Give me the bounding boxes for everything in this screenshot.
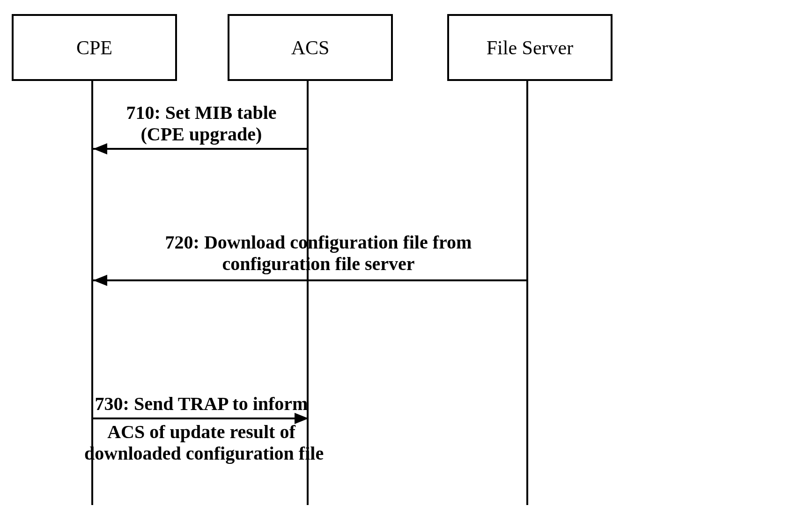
message-730-label: 730: Send TRAP to inform bbox=[89, 393, 314, 415]
message-710-label: 710: Set MIB table (CPE upgrade) bbox=[94, 102, 309, 145]
participant-file-server: File Server bbox=[447, 14, 613, 81]
message-720-label: 720: Download configuration file from co… bbox=[94, 232, 543, 275]
lifeline-file-server bbox=[526, 79, 528, 505]
participant-acs: ACS bbox=[228, 14, 393, 81]
message-720-arrow-icon bbox=[93, 275, 107, 286]
message-710-line bbox=[93, 148, 309, 150]
sequence-diagram: CPE ACS File Server 710: Set MIB table (… bbox=[0, 0, 812, 520]
participant-cpe: CPE bbox=[12, 14, 177, 81]
message-730-line3: downloaded configuration file bbox=[84, 443, 324, 464]
message-730-line1: 730: Send TRAP to inform bbox=[95, 393, 308, 414]
participant-file-server-label: File Server bbox=[487, 37, 573, 59]
message-720-line bbox=[93, 279, 528, 281]
message-710-arrow-icon bbox=[93, 143, 107, 154]
participant-acs-label: ACS bbox=[291, 37, 330, 59]
message-710-line1: 710: Set MIB table bbox=[126, 102, 276, 123]
message-730-label-cont: ACS of update result of downloaded confi… bbox=[84, 421, 318, 464]
message-710-line2: (CPE upgrade) bbox=[141, 124, 262, 145]
message-730-line bbox=[93, 417, 309, 419]
message-720-line1: 720: Download configuration file from bbox=[165, 232, 472, 253]
participant-cpe-label: CPE bbox=[76, 37, 112, 59]
message-720-line2: configuration file server bbox=[222, 253, 415, 274]
message-730-line2: ACS of update result of bbox=[107, 421, 295, 442]
